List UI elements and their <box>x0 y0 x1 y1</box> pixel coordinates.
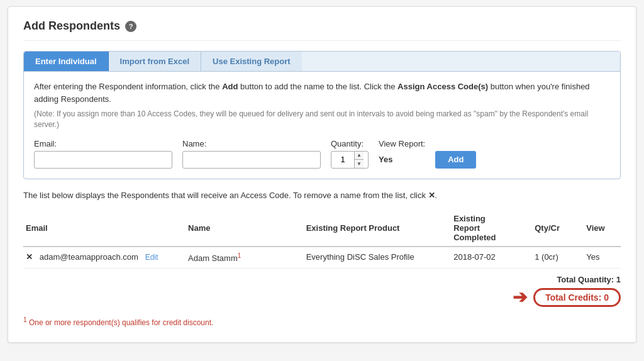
email-group: Email: <box>34 139 172 169</box>
quantity-label: Quantity: <box>331 139 369 148</box>
view-report-label: View Report: <box>379 139 425 148</box>
info-text: After entering the Respondent informatio… <box>34 81 610 105</box>
col-qty: Qty/Cr <box>532 210 584 247</box>
name-label: Name: <box>182 139 321 148</box>
tab-enter-individual[interactable]: Enter Individual <box>24 52 109 71</box>
form-row: Email: Name: Quantity: ▲ ▼ <box>34 139 610 169</box>
name-value: Adam Stamm <box>188 253 238 263</box>
tab-import-from-excel[interactable]: Import from Excel <box>109 52 202 71</box>
email-input[interactable] <box>34 151 172 169</box>
col-date: ExistingReportCompleted <box>451 210 532 247</box>
total-credits-value: 0 <box>604 292 609 303</box>
name-group: Name: <box>182 139 321 169</box>
total-credits-wrapper: ➔ Total Credits: 0 <box>513 287 621 308</box>
total-quantity-value: 1 <box>616 275 621 284</box>
respondents-table: Email Name Existing Report Product Exist… <box>23 210 621 269</box>
total-quantity: Total Quantity: 1 <box>557 275 621 284</box>
qty-value: 1 (0cr) <box>535 252 558 262</box>
table-row: ✕ adam@teamapproach.com Edit Adam Stamm1… <box>23 247 621 269</box>
help-icon[interactable]: ? <box>125 21 136 32</box>
page-container: Add Respondents ? Enter Individual Impor… <box>8 6 636 343</box>
quantity-group: Quantity: ▲ ▼ <box>331 139 369 169</box>
col-view: View <box>584 210 621 247</box>
tab-content: After entering the Respondent informatio… <box>24 72 620 179</box>
cell-product: Everything DiSC Sales Profile <box>304 247 452 269</box>
footnote-number: 1 <box>23 316 27 323</box>
quantity-input[interactable] <box>331 152 354 167</box>
table-description: The list below displays the Respondents … <box>23 189 621 202</box>
view-report-value: Yes <box>379 151 425 169</box>
table-header-row: Email Name Existing Report Product Exist… <box>23 210 621 247</box>
col-product: Existing Report Product <box>304 210 452 247</box>
table-head: Email Name Existing Report Product Exist… <box>23 210 621 247</box>
name-input[interactable] <box>182 151 321 169</box>
total-credits-box: Total Credits: 0 <box>533 288 621 307</box>
email-label: Email: <box>34 139 172 148</box>
view-value: Yes <box>586 252 599 262</box>
cell-date: 2018-07-02 <box>451 247 532 269</box>
email-value: adam@teamapproach.com <box>40 252 138 262</box>
cell-view: Yes <box>584 247 621 269</box>
view-report-group: View Report: Yes <box>379 139 425 169</box>
page-title: Add Respondents <box>23 19 120 33</box>
remove-button[interactable]: ✕ <box>26 252 33 262</box>
tab-use-existing-report[interactable]: Use Existing Report <box>201 52 302 71</box>
name-footnote: 1 <box>238 252 242 259</box>
footnote: 1 One or more respondent(s) qualifies fo… <box>23 316 621 327</box>
quantity-arrows: ▲ ▼ <box>354 152 364 168</box>
table-body: ✕ adam@teamapproach.com Edit Adam Stamm1… <box>23 247 621 269</box>
total-quantity-label: Total Quantity: <box>557 275 616 284</box>
quantity-up-arrow[interactable]: ▲ <box>355 152 364 160</box>
page-header: Add Respondents ? <box>23 19 621 41</box>
arrow-right-icon: ➔ <box>513 287 527 308</box>
edit-link[interactable]: Edit <box>145 253 158 262</box>
col-name: Name <box>186 210 304 247</box>
col-email: Email <box>23 210 186 247</box>
cell-name: Adam Stamm1 <box>186 247 304 269</box>
note-text: (Note: If you assign more than 10 Access… <box>34 109 610 130</box>
footnote-text: One or more respondent(s) qualifies for … <box>29 318 213 327</box>
total-credits-label: Total Credits: <box>545 292 604 303</box>
cell-qty: 1 (0cr) <box>532 247 584 269</box>
totals-row: Total Quantity: 1 ➔ Total Credits: 0 <box>23 275 621 308</box>
quantity-down-arrow[interactable]: ▼ <box>355 160 364 168</box>
product-value: Everything DiSC Sales Profile <box>306 252 414 262</box>
date-value: 2018-07-02 <box>453 252 496 262</box>
add-button[interactable]: Add <box>435 151 476 169</box>
tabs-bar: Enter Individual Import from Excel Use E… <box>24 52 620 72</box>
tabs-container: Enter Individual Import from Excel Use E… <box>23 51 621 179</box>
cell-email: ✕ adam@teamapproach.com Edit <box>23 247 186 269</box>
quantity-wrapper: ▲ ▼ <box>331 151 369 169</box>
